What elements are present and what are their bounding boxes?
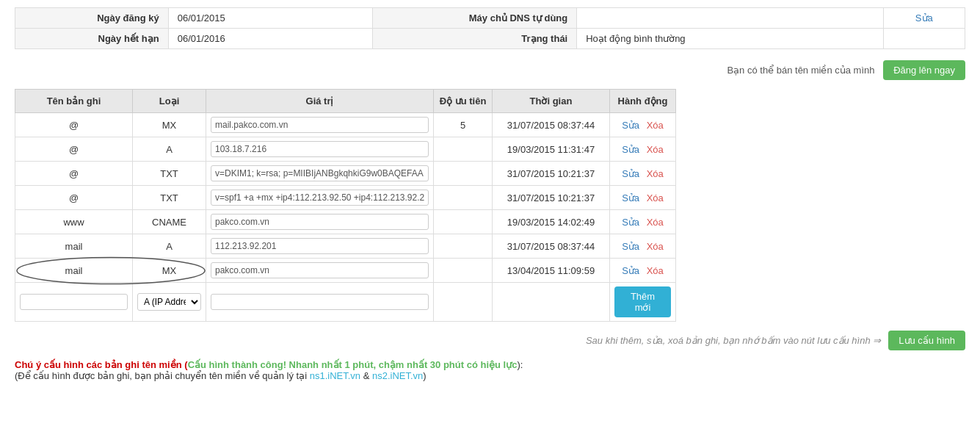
cell-priority: 5	[434, 113, 493, 137]
add-name-input[interactable]	[20, 294, 128, 310]
note-line2-prefix: (Để cấu hình được bản ghi, bạn phải chuy…	[15, 370, 310, 381]
ns2-link[interactable]: ns2.iNET.vn	[372, 370, 423, 381]
th-ten-ban-ghi: Tên bản ghi	[15, 90, 133, 113]
cell-action: Sửa Xóa	[610, 137, 676, 162]
action-empty	[883, 29, 965, 49]
add-value-cell[interactable]	[206, 283, 434, 322]
value-input[interactable]	[211, 141, 429, 157]
val-ngay-dang-ky: 06/01/2015	[168, 8, 372, 29]
add-value-input[interactable]	[211, 294, 429, 310]
add-name-cell[interactable]	[15, 283, 133, 322]
cell-priority	[434, 259, 493, 283]
delete-link[interactable]: Xóa	[647, 168, 664, 179]
table-row: mailMX13/04/2015 11:09:59Sửa Xóa	[15, 259, 965, 283]
note-prefix: Chú ý cấu hình các bản ghi tên miền (	[15, 359, 188, 370]
cell-time: 19/03/2015 11:31:47	[493, 137, 610, 162]
luu-cau-hinh-button[interactable]: Lưu cấu hình	[888, 331, 965, 350]
val-trang-thai: Hoạt động bình thường	[577, 29, 883, 49]
cell-type: TXT	[133, 186, 206, 210]
edit-link[interactable]: Sửa	[622, 217, 639, 228]
delete-link[interactable]: Xóa	[647, 241, 664, 252]
cell-type: A	[133, 137, 206, 162]
them-moi-button[interactable]: Thêm mới	[614, 286, 671, 317]
delete-link[interactable]: Xóa	[647, 144, 664, 155]
cell-name: @	[15, 113, 133, 137]
val-dns	[577, 8, 883, 29]
note-line2-suffix: )	[423, 370, 426, 381]
cell-type: CNAME	[133, 210, 206, 234]
note-line2-mid: &	[360, 370, 372, 381]
value-input[interactable]	[211, 117, 429, 133]
cell-type: TXT	[133, 162, 206, 186]
add-type-select[interactable]: A (IP Address)AAAACNAMEMXTXTSRV	[137, 293, 201, 311]
value-input[interactable]	[211, 262, 429, 278]
cell-time: 13/04/2015 11:09:59	[493, 259, 610, 283]
cell-priority	[434, 186, 493, 210]
edit-link[interactable]: Sửa	[622, 144, 639, 155]
table-row: wwwCNAME19/03/2015 14:02:49Sửa Xóa	[15, 210, 965, 234]
cell-value[interactable]	[206, 210, 434, 234]
dang-len-ngay-button[interactable]: Đăng lên ngay	[883, 60, 965, 80]
cell-action: Sửa Xóa	[610, 113, 676, 137]
delete-link[interactable]: Xóa	[647, 265, 664, 276]
cell-value[interactable]	[206, 234, 434, 259]
th-do-uu-tien: Độ ưu tiên	[434, 90, 493, 113]
value-input[interactable]	[211, 190, 429, 206]
edit-dns-link[interactable]: Sửa	[915, 12, 933, 24]
cell-priority	[434, 234, 493, 259]
ns1-link[interactable]: ns1.iNET.vn	[310, 370, 360, 381]
delete-link[interactable]: Xóa	[647, 192, 664, 203]
table-row: @TXT31/07/2015 10:21:37Sửa Xóa	[15, 186, 965, 210]
value-input[interactable]	[211, 165, 429, 181]
note-section: Chú ý cấu hình các bản ghi tên miền (Cấu…	[15, 359, 965, 381]
table-row: @A19/03/2015 11:31:47Sửa Xóa	[15, 137, 965, 162]
delete-link[interactable]: Xóa	[647, 217, 664, 228]
table-row: @TXT31/07/2015 10:21:37Sửa Xóa	[15, 162, 965, 186]
cell-time: 19/03/2015 14:02:49	[493, 210, 610, 234]
th-hanh-dong: Hành động	[610, 90, 676, 113]
label-ngay-dang-ky: Ngày đăng ký	[15, 8, 169, 29]
cell-name: mail	[15, 234, 133, 259]
info-table: Ngày đăng ký 06/01/2015 Máy chủ DNS tự d…	[15, 7, 965, 49]
table-row: mailA31/07/2015 08:37:44Sửa Xóa	[15, 234, 965, 259]
cell-value[interactable]	[206, 186, 434, 210]
cell-priority	[434, 137, 493, 162]
delete-link[interactable]: Xóa	[647, 120, 664, 131]
cell-name: @	[15, 186, 133, 210]
cell-action: Sửa Xóa	[610, 259, 676, 283]
add-type-cell[interactable]: A (IP Address)AAAACNAMEMXTXTSRV	[133, 283, 206, 322]
cell-name: @	[15, 162, 133, 186]
value-input[interactable]	[211, 214, 429, 230]
edit-link[interactable]: Sửa	[622, 241, 639, 252]
dns-table: Tên bản ghi Loại Giá trị Độ ưu tiên Thời…	[15, 89, 965, 322]
val-ngay-het-han: 06/01/2016	[168, 29, 372, 49]
edit-link[interactable]: Sửa	[622, 120, 639, 131]
cell-name: @	[15, 137, 133, 162]
th-loai: Loại	[133, 90, 206, 113]
cell-value[interactable]	[206, 162, 434, 186]
edit-link[interactable]: Sửa	[622, 192, 639, 203]
note-line-1: Chú ý cấu hình các bản ghi tên miền (Cấu…	[15, 359, 965, 370]
value-input[interactable]	[211, 238, 429, 254]
cell-value[interactable]	[206, 137, 434, 162]
cell-priority	[434, 162, 493, 186]
label-dns: Máy chủ DNS tự dùng	[372, 8, 576, 29]
save-bar: Sau khi thêm, sửa, xoá bản ghi, bạn nhớ …	[15, 331, 965, 350]
label-trang-thai: Trạng thái	[372, 29, 576, 49]
cell-type: MX	[133, 113, 206, 137]
cell-time: 31/07/2015 10:21:37	[493, 186, 610, 210]
info-row-2: Ngày hết hạn 06/01/2016 Trạng thái Hoạt …	[15, 29, 965, 49]
edit-link[interactable]: Sửa	[622, 265, 639, 276]
add-time-cell	[493, 283, 610, 322]
cell-type: MX	[133, 259, 206, 283]
dns-add-row: A (IP Address)AAAACNAMEMXTXTSRV Thêm mới	[15, 283, 965, 322]
edit-link[interactable]: Sửa	[622, 168, 639, 179]
sell-bar: Bạn có thể bán tên miền của mình Đăng lê…	[15, 60, 965, 80]
action-sua-dns[interactable]: Sửa	[883, 8, 965, 29]
add-action-cell[interactable]: Thêm mới	[610, 283, 676, 322]
cell-value[interactable]	[206, 113, 434, 137]
save-bar-text: Sau khi thêm, sửa, xoá bản ghi, bạn nhớ …	[586, 335, 881, 346]
cell-name: www	[15, 210, 133, 234]
note-line-2: (Để cấu hình được bản ghi, bạn phải chuy…	[15, 370, 965, 381]
cell-value[interactable]	[206, 259, 434, 283]
